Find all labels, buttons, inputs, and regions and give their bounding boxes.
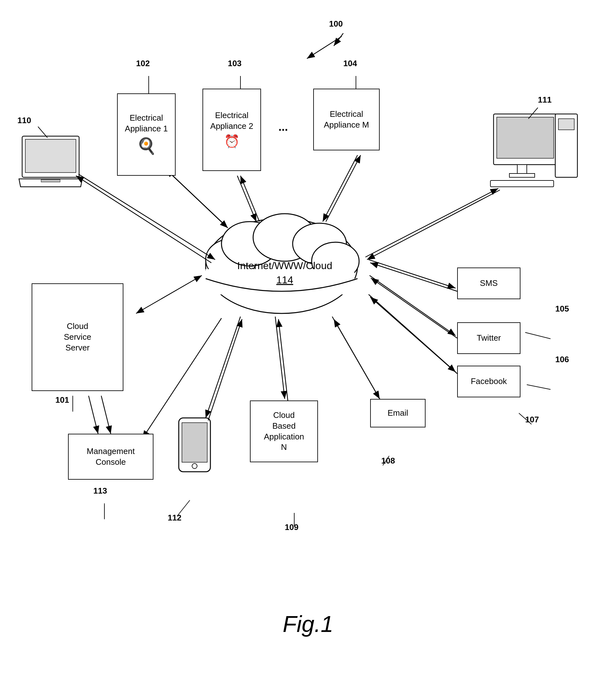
svg-line-45 — [166, 169, 225, 225]
svg-point-6 — [222, 222, 278, 266]
ref-103: 103 — [228, 59, 241, 68]
svg-line-42 — [78, 174, 215, 259]
ref-102: 102 — [136, 59, 150, 68]
box-sms: SMS — [457, 268, 520, 299]
svg-line-49 — [326, 155, 361, 222]
ref-113: 113 — [93, 486, 107, 496]
svg-rect-18 — [491, 180, 554, 187]
box-eam: ElectricalAppliance M — [313, 89, 380, 150]
ref-108: 108 — [381, 456, 395, 466]
ref-112: 112 — [168, 513, 181, 523]
svg-point-5 — [206, 239, 256, 280]
box-cban: CloudBasedApplicationN — [250, 400, 318, 462]
svg-line-63 — [275, 317, 285, 399]
svg-line-66 — [208, 319, 242, 421]
svg-line-41 — [307, 36, 342, 59]
svg-line-54 — [101, 396, 111, 434]
svg-line-81 — [334, 33, 343, 46]
svg-line-78 — [525, 332, 550, 339]
svg-point-9 — [312, 242, 359, 280]
cloud-number: 114 — [276, 274, 293, 286]
svg-rect-10 — [206, 269, 354, 294]
svg-line-55 — [369, 259, 456, 288]
ref-100: 100 — [329, 19, 343, 29]
svg-rect-11 — [22, 136, 79, 177]
svg-rect-39 — [182, 423, 207, 462]
svg-point-4 — [206, 218, 357, 313]
svg-rect-12 — [25, 139, 76, 172]
svg-line-56 — [370, 263, 457, 291]
svg-line-48 — [323, 155, 357, 222]
svg-rect-13 — [41, 179, 60, 182]
svg-line-44 — [168, 171, 228, 228]
svg-line-62 — [334, 319, 381, 401]
cloud-label: Internet/WWW/Cloud — [237, 260, 333, 271]
ref-101: 101 — [55, 395, 69, 405]
ref-111: 111 — [538, 95, 551, 105]
svg-line-65 — [206, 317, 241, 418]
diagram: Internet/WWW/Cloud 114 — [0, 0, 616, 675]
svg-line-57 — [369, 276, 456, 335]
svg-line-60 — [370, 297, 457, 374]
svg-line-50 — [367, 190, 500, 259]
svg-line-51 — [365, 189, 498, 257]
svg-line-64 — [278, 319, 288, 401]
box-mc: ManagementConsole — [68, 434, 154, 480]
svg-line-61 — [332, 317, 380, 399]
ref-105: 105 — [555, 304, 569, 314]
svg-line-71 — [38, 127, 48, 138]
ref-107: 107 — [525, 415, 539, 425]
box-email: Email — [370, 399, 426, 428]
svg-line-43 — [76, 176, 211, 263]
svg-line-79 — [527, 385, 550, 389]
svg-line-46 — [237, 176, 256, 222]
box-facebook: Facebook — [457, 366, 520, 397]
figure-label: Fig.1 — [282, 611, 333, 637]
svg-rect-20 — [558, 119, 574, 130]
ref-106: 106 — [555, 355, 569, 364]
box-ea1: ElectricalAppliance 1 🍳 — [117, 93, 176, 176]
svg-line-47 — [241, 176, 259, 222]
svg-line-58 — [371, 278, 457, 338]
svg-rect-19 — [555, 114, 578, 177]
box-twitter: Twitter — [457, 322, 520, 354]
dots: ... — [278, 120, 288, 134]
svg-line-53 — [89, 396, 98, 434]
svg-point-40 — [192, 463, 197, 468]
svg-rect-38 — [179, 418, 210, 472]
svg-point-8 — [293, 223, 346, 265]
svg-line-72 — [528, 108, 538, 119]
svg-rect-17 — [509, 173, 535, 177]
svg-line-59 — [369, 294, 456, 372]
svg-point-7 — [253, 214, 317, 261]
svg-rect-15 — [497, 117, 554, 158]
box-css: CloudServiceServer — [32, 283, 123, 391]
svg-line-67 — [143, 318, 222, 439]
box-ea2: ElectricalAppliance 2 ⏰ — [202, 89, 261, 171]
ref-110: 110 — [17, 116, 31, 125]
svg-rect-16 — [517, 165, 527, 174]
svg-rect-14 — [494, 114, 557, 165]
ref-109: 109 — [285, 522, 298, 532]
svg-line-52 — [136, 276, 202, 313]
ref-104: 104 — [343, 59, 357, 68]
